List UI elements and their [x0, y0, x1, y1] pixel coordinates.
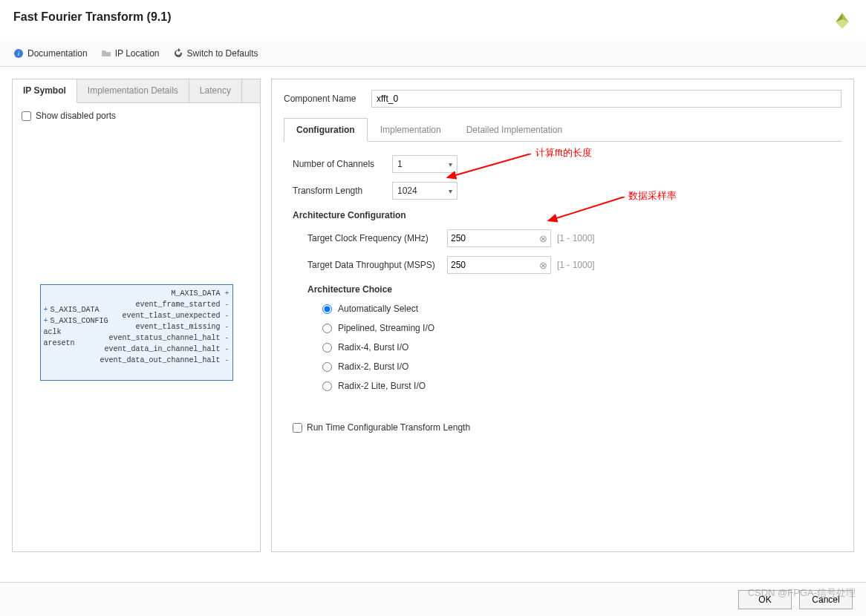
folder-icon — [101, 48, 111, 59]
target-clock-input[interactable]: ⊗ — [447, 229, 551, 247]
port-s-axis-config: S_AXIS_CONFIG — [44, 315, 108, 327]
page-title: Fast Fourier Transform (9.1) — [13, 10, 172, 24]
port-event-tlast-missing: event_tlast_missing — [100, 321, 229, 332]
switch-to-defaults-button[interactable]: Switch to Defaults — [173, 48, 258, 59]
transform-length-label: Transform Length — [293, 186, 385, 196]
tab-latency[interactable]: Latency — [189, 79, 242, 102]
port-event-data-in-channel-halt: event_data_in_channel_halt — [100, 344, 229, 355]
refresh-icon — [173, 48, 183, 59]
ok-button[interactable]: OK — [738, 590, 792, 609]
info-icon: i — [13, 48, 24, 59]
documentation-button[interactable]: i Documentation — [13, 48, 88, 59]
vivado-logo — [832, 10, 853, 33]
tab-implementation[interactable]: Implementation — [368, 118, 454, 142]
show-disabled-ports-checkbox[interactable]: Show disabled ports — [22, 111, 251, 121]
config-panel: Component Name Configuration Implementat… — [271, 79, 854, 552]
arch-option-radix2-lite[interactable]: Radix-2 Lite, Burst I/O — [322, 381, 833, 391]
cancel-button[interactable]: Cancel — [799, 590, 853, 609]
ip-symbol-panel: IP Symbol Implementation Details Latency… — [12, 79, 261, 552]
ip-block-diagram: S_AXIS_DATA S_AXIS_CONFIG aclk aresetn M… — [40, 284, 233, 381]
port-event-tlast-unexpected: event_tlast_unexpected — [100, 310, 229, 321]
ip-location-button[interactable]: IP Location — [101, 48, 160, 59]
clear-icon[interactable]: ⊗ — [539, 260, 547, 271]
annotation-sample-rate: 数据采样率 — [628, 189, 677, 203]
component-name-input[interactable] — [371, 90, 841, 108]
transform-length-select[interactable]: 1024 ▾ — [392, 182, 458, 200]
port-aresetn: aresetn — [44, 338, 108, 349]
port-aclk: aclk — [44, 327, 108, 338]
port-event-status-channel-halt: event_status_channel_halt — [100, 332, 229, 344]
port-event-data-out-channel-halt: event_data_out_channel_halt — [100, 355, 229, 366]
toolbar: i Documentation IP Location Switch to De… — [0, 41, 866, 67]
port-s-axis-data: S_AXIS_DATA — [44, 304, 108, 315]
chevron-down-icon: ▾ — [449, 187, 452, 195]
component-name-label: Component Name — [284, 94, 364, 104]
target-throughput-label: Target Data Throughput (MSPS) — [307, 260, 441, 270]
arch-option-auto[interactable]: Automatically Select — [322, 304, 833, 314]
arch-option-pipelined[interactable]: Pipelined, Streaming I/O — [322, 323, 833, 333]
target-clock-range: [1 - 1000] — [557, 233, 595, 243]
tab-configuration[interactable]: Configuration — [284, 118, 368, 142]
architecture-choice-header: Architecture Choice — [307, 284, 833, 295]
tab-implementation-details[interactable]: Implementation Details — [77, 79, 189, 102]
target-clock-label: Target Clock Frequency (MHz) — [307, 233, 441, 243]
clear-icon[interactable]: ⊗ — [539, 233, 547, 244]
tab-detailed-implementation[interactable]: Detailed Implementation — [454, 118, 575, 142]
architecture-configuration-header: Architecture Configuration — [293, 210, 833, 220]
num-channels-label: Number of Channels — [293, 159, 385, 169]
dialog-footer: OK Cancel — [0, 582, 866, 616]
tab-ip-symbol[interactable]: IP Symbol — [13, 79, 77, 103]
target-throughput-range: [1 - 1000] — [557, 260, 595, 270]
arch-option-radix2[interactable]: Radix-2, Burst I/O — [322, 361, 833, 372]
target-throughput-input[interactable]: ⊗ — [447, 256, 551, 274]
port-m-axis-data: M_AXIS_DATA — [100, 288, 229, 299]
port-event-frame-started: event_frame_started — [100, 299, 229, 310]
num-channels-select[interactable]: 1 ▾ — [392, 155, 458, 173]
chevron-down-icon: ▾ — [449, 160, 452, 168]
annotation-fft-length: 计算fft的长度 — [535, 146, 592, 160]
runtime-config-checkbox[interactable]: Run Time Configurable Transform Length — [293, 422, 833, 433]
arch-option-radix4[interactable]: Radix-4, Burst I/O — [322, 342, 833, 353]
